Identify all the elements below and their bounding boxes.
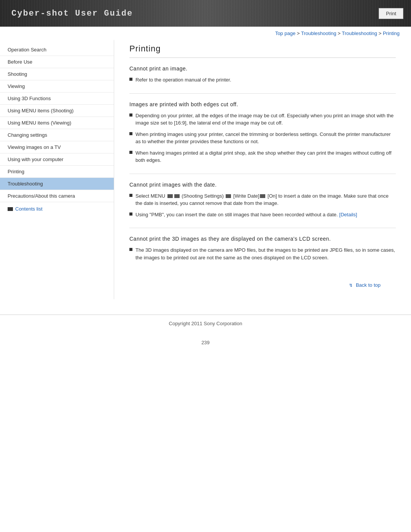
sidebar-item-precautions[interactable]: Precautions/About this camera — [0, 190, 114, 202]
bullet-text: Select MENU (Shooting Settings) [Write D… — [135, 192, 396, 207]
contents-list-icon — [8, 207, 13, 211]
shooting-settings-icon — [174, 194, 180, 198]
page-number: 239 — [0, 332, 411, 353]
bullet-text: Using "PMB", you can insert the date on … — [135, 211, 396, 219]
section-edges-cut: Images are printed with both edges cut o… — [129, 101, 396, 174]
sidebar-item-viewing[interactable]: Viewing — [0, 80, 114, 93]
list-item: The 3D images displayed on the camera ar… — [129, 246, 396, 261]
section-title-edges-cut: Images are printed with both edges cut o… — [129, 101, 396, 107]
list-item: Using "PMB", you can insert the date on … — [129, 211, 396, 219]
main-content: Printing Cannot print an image. Refer to… — [114, 40, 411, 299]
breadcrumb-link-troubleshooting1[interactable]: Troubleshooting — [301, 30, 336, 36]
breadcrumb-link-top[interactable]: Top page — [275, 30, 296, 36]
sidebar-item-menu-shooting[interactable]: Using MENU items (Shooting) — [0, 105, 114, 117]
sidebar-item-operation-search[interactable]: Operation Search — [0, 44, 114, 56]
section-cannot-print-3d: Cannot print the 3D images as they are d… — [129, 236, 396, 271]
sidebar: Operation Search Before Use Shooting Vie… — [0, 40, 114, 299]
bullet-text: Refer to the operation manual of the pri… — [135, 76, 396, 84]
menu-icon — [167, 194, 173, 198]
sidebar-item-troubleshooting[interactable]: Troubleshooting — [0, 178, 114, 190]
sidebar-item-menu-viewing[interactable]: Using MENU items (Viewing) — [0, 117, 114, 129]
details-link[interactable]: [Details] — [339, 212, 357, 217]
sidebar-item-3d-functions[interactable]: Using 3D Functions — [0, 93, 114, 105]
sidebar-item-before-use[interactable]: Before Use — [0, 56, 114, 68]
arrow-icon — [226, 194, 231, 198]
list-item: When printing images using your printer,… — [129, 131, 396, 145]
back-to-top-link[interactable]: ↯ Back to top — [349, 282, 381, 288]
section-title-cannot-print-3d: Cannot print the 3D images as they are d… — [129, 236, 396, 242]
sidebar-item-viewing-tv[interactable]: Viewing images on a TV — [0, 141, 114, 153]
section-title-cannot-print-date: Cannot print images with the date. — [129, 182, 396, 188]
bullet-icon — [129, 248, 132, 251]
bullet-text: The 3D images displayed on the camera ar… — [135, 246, 396, 261]
contents-list-link[interactable]: Contents list — [15, 206, 43, 212]
bullet-icon — [129, 113, 132, 117]
breadcrumb-link-troubleshooting2[interactable]: Troubleshooting — [342, 30, 377, 36]
contents-list-section: Contents list — [0, 202, 114, 216]
sidebar-item-changing-settings[interactable]: Changing settings — [0, 129, 114, 141]
list-item: Depending on your printer, all the edges… — [129, 112, 396, 127]
bullet-icon — [129, 194, 132, 197]
page-title: Printing — [129, 44, 396, 58]
section-title-cannot-print: Cannot print an image. — [129, 66, 396, 72]
section-cannot-print-date: Cannot print images with the date. Selec… — [129, 182, 396, 228]
bullet-icon — [129, 78, 132, 81]
bullet-icon — [129, 151, 132, 154]
bullet-text: When having images printed at a digital … — [135, 149, 396, 164]
sidebar-item-printing[interactable]: Printing — [0, 166, 114, 178]
bullet-icon — [129, 132, 132, 135]
section-cannot-print: Cannot print an image. Refer to the oper… — [129, 66, 396, 94]
header: Cyber-shot User Guide Print — [0, 0, 411, 27]
list-item: Refer to the operation manual of the pri… — [129, 76, 396, 84]
arrow-icon2 — [260, 194, 265, 198]
sidebar-item-shooting[interactable]: Shooting — [0, 68, 114, 80]
bullet-icon — [129, 212, 132, 216]
main-layout: Operation Search Before Use Shooting Vie… — [0, 40, 411, 307]
sidebar-item-computer[interactable]: Using with your computer — [0, 153, 114, 166]
app-title: Cyber-shot User Guide — [0, 9, 144, 18]
print-button[interactable]: Print — [379, 8, 403, 19]
list-item: Select MENU (Shooting Settings) [Write D… — [129, 192, 396, 207]
back-to-top-icon: ↯ — [349, 283, 353, 288]
bullet-text: Depending on your printer, all the edges… — [135, 112, 396, 127]
footer: Copyright 2011 Sony Corporation — [0, 315, 411, 332]
copyright: Copyright 2011 Sony Corporation — [169, 321, 242, 326]
breadcrumb: Top page > Troubleshooting > Troubleshoo… — [0, 27, 411, 40]
bullet-text: When printing images using your printer,… — [135, 131, 396, 145]
back-to-top: ↯ Back to top — [129, 278, 396, 292]
list-item: When having images printed at a digital … — [129, 149, 396, 164]
breadcrumb-link-printing[interactable]: Printing — [383, 30, 400, 36]
